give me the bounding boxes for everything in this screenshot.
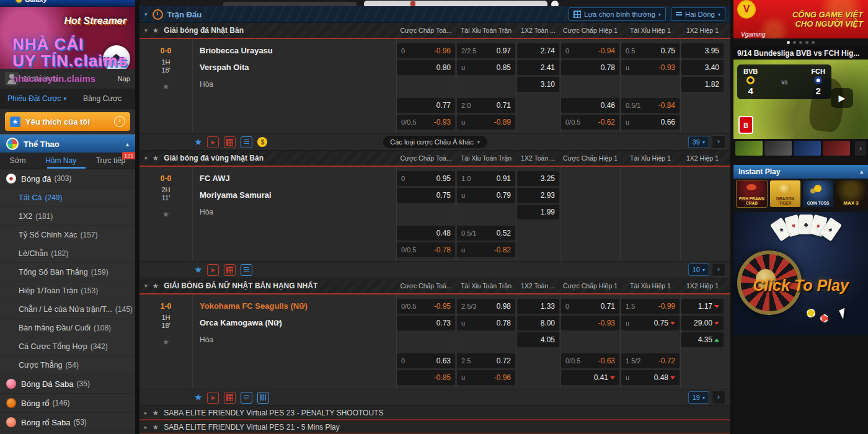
instant-game-3[interactable]: MAX 3 xyxy=(836,180,866,207)
odds-cell[interactable]: u0.79 xyxy=(457,188,515,203)
odds-cell[interactable]: -0.93 xyxy=(561,316,619,330)
odds-cell[interactable]: 1.5-0.99 xyxy=(621,299,680,314)
thumb-next-button[interactable]: › xyxy=(855,141,866,156)
chevron-down-icon[interactable]: ▾ xyxy=(144,27,148,33)
favorite-star-icon[interactable]: ★ xyxy=(194,136,202,148)
instant-game-1[interactable]: DRAGON TIGER xyxy=(770,180,800,207)
cashout-coin-icon[interactable]: $ xyxy=(257,137,267,147)
odds-cell[interactable]: 2.93 xyxy=(517,188,559,203)
odds-cell[interactable]: 0.80 xyxy=(397,60,455,75)
odds-cell[interactable]: u-0.96 xyxy=(457,370,515,385)
video-thumb[interactable] xyxy=(794,141,821,156)
market-count-dropdown[interactable]: 10▾ xyxy=(688,264,709,276)
instant-play-header[interactable]: Instant Play ▴ xyxy=(733,165,868,179)
chevron-down-icon[interactable]: ▾ xyxy=(144,155,148,161)
carousel-dot[interactable] xyxy=(799,41,802,44)
view-mode-dropdown[interactable]: Lựa chọn bình thường ▾ xyxy=(569,7,666,21)
away-team-name[interactable]: Orca Kamogawa (Nữ) xyxy=(200,316,398,332)
vgaming-promo-banner[interactable]: V Vgaming CỐNG GAME VIỆT CHO NGƯỜI VIỆT xyxy=(733,0,868,38)
odds-cell[interactable]: 29.00 xyxy=(681,316,724,330)
tab-live[interactable]: Trực tiếp 121 xyxy=(96,156,126,165)
odds-cell[interactable]: 2.41 xyxy=(517,60,559,75)
odds-cell[interactable]: 0.41 xyxy=(561,370,619,385)
odds-cell[interactable]: 3.10 xyxy=(517,77,559,92)
tab-early[interactable]: Sớm xyxy=(10,156,26,165)
play-icon[interactable]: ▶ xyxy=(207,392,219,404)
odds-cell[interactable]: 00.63 xyxy=(397,353,455,368)
league-star-icon[interactable]: ★ xyxy=(153,154,159,162)
more-bets-dropdown[interactable]: Các loại cược Châu Á khác▾ xyxy=(383,136,487,148)
league-star-icon[interactable]: ★ xyxy=(153,26,159,35)
odds-cell[interactable]: 3.40 xyxy=(681,60,724,75)
carousel-dot[interactable] xyxy=(787,41,790,44)
chat-icon[interactable] xyxy=(241,392,252,404)
odds-cell[interactable]: 0.48 xyxy=(397,226,455,241)
odds-cell[interactable]: 1.5/2-0.72 xyxy=(621,353,680,368)
tab-today[interactable]: Hôm Nay xyxy=(45,156,76,165)
video-thumb[interactable] xyxy=(735,141,763,156)
roulette-promo-banner[interactable]: ♠ ♥ ♣ ♦ ♠ Click To Play xyxy=(733,212,868,335)
odds-cell[interactable]: 0.73 xyxy=(397,316,455,330)
odds-cell[interactable]: 0-0.94 xyxy=(561,43,619,58)
odds-cell[interactable]: 1.00.91 xyxy=(457,171,515,186)
favorite-star-icon[interactable]: ★ xyxy=(194,392,202,403)
odds-cell[interactable]: 4.05 xyxy=(517,332,559,347)
odds-cell[interactable]: 0/0.5-0.63 xyxy=(561,353,619,368)
away-team-name[interactable]: Moriyama Samurai xyxy=(200,188,398,205)
home-team-name[interactable]: FC AWJ xyxy=(200,171,398,188)
league-header[interactable]: ▾★GIẢI BÓNG ĐÁ NỮ NHẬT BẢN HẠNG NHẤTCược… xyxy=(140,278,730,294)
odds-cell[interactable]: u0.66 xyxy=(621,115,680,130)
odds-cell[interactable]: 3.25 xyxy=(517,171,559,186)
odds-cell[interactable]: 1.99 xyxy=(517,205,559,219)
hot-streamer-banner[interactable]: Hot Streamer xyxy=(0,7,135,69)
video-thumb[interactable] xyxy=(823,141,850,156)
odds-cell[interactable]: 0/0.5-0.93 xyxy=(397,115,455,130)
odds-cell[interactable]: 0.75 xyxy=(397,188,455,203)
sidebar-subitem-5[interactable]: Hiệp 1/Toàn Trận(153) xyxy=(0,281,135,300)
chart-icon[interactable] xyxy=(257,392,269,404)
favorite-star-icon[interactable]: ★ xyxy=(194,264,202,275)
play-icon[interactable]: ▶ xyxy=(207,264,219,276)
home-team-name[interactable]: Briobecca Urayasu xyxy=(200,43,398,60)
chat-icon[interactable] xyxy=(241,264,252,276)
deposit-link[interactable]: Nạp xyxy=(118,75,130,82)
odds-cell[interactable]: 2/2.50.97 xyxy=(457,43,515,58)
tab-bet-board[interactable]: Bảng Cược xyxy=(83,94,135,103)
league-collapsed-1[interactable]: ▸★SABA ELITE FRIENDLY Virtual PES 21 - 5… xyxy=(140,420,730,434)
favorites-button[interactable]: ★ Yêu thích của tôi › xyxy=(5,112,130,131)
odds-cell[interactable]: -0.85 xyxy=(397,370,455,385)
carousel-dot[interactable] xyxy=(805,41,808,44)
odds-cell[interactable]: 2.50.72 xyxy=(457,353,515,368)
odds-cell[interactable]: 2.00.71 xyxy=(457,98,515,113)
next-page-button[interactable]: › xyxy=(712,391,725,404)
next-page-button[interactable]: › xyxy=(712,135,725,149)
odds-cell[interactable]: u-0.82 xyxy=(457,242,515,257)
odds-cell[interactable]: 0.77 xyxy=(397,98,455,113)
tab-bet-slip[interactable]: Phiếu Đặt Cược xyxy=(0,94,61,103)
league-header[interactable]: ▾★Giải bóng đá vùng Nhật BảnCược Chấp To… xyxy=(140,151,730,167)
odds-cell[interactable]: 0/0.5-0.95 xyxy=(397,299,455,314)
odds-cell[interactable]: 0/0.5-0.78 xyxy=(397,242,455,257)
odds-cell[interactable]: u0.85 xyxy=(457,60,515,75)
collapse-all-chevron-icon[interactable]: ▾ xyxy=(144,11,148,17)
odds-cell[interactable]: u0.75 xyxy=(621,316,680,330)
instant-game-0[interactable]: FISH PRAWN CRAB xyxy=(736,180,768,208)
market-count-dropdown[interactable]: 39▾ xyxy=(688,136,709,148)
odds-cell[interactable]: 00.95 xyxy=(397,171,455,186)
grid-icon[interactable] xyxy=(224,136,236,148)
odds-cell[interactable]: 0.46 xyxy=(561,98,619,113)
odds-cell[interactable]: 00.71 xyxy=(561,299,619,314)
odds-cell[interactable]: u-0.89 xyxy=(457,115,515,130)
match-favorite-star-icon[interactable]: ★ xyxy=(140,337,192,347)
user-avatar-icon[interactable] xyxy=(5,72,19,86)
next-page-button[interactable]: › xyxy=(712,263,725,277)
market-count-dropdown[interactable]: 19▾ xyxy=(688,391,709,404)
video-thumbnail[interactable]: BVB 4 vs FCH 2 ▶ B xyxy=(733,60,868,139)
league-star-icon[interactable]: ★ xyxy=(153,281,159,290)
chevron-down-icon[interactable]: ▾ xyxy=(144,283,148,289)
odds-cell[interactable]: u0.78 xyxy=(457,316,515,330)
sidebar-subitem-6[interactable]: Chẵn / Lẻ của Nửa trận/T...(145) xyxy=(0,300,135,319)
odds-cell[interactable]: 8.00 xyxy=(517,316,559,330)
odds-cell[interactable]: 1.82 xyxy=(681,77,724,92)
sidebar-subitem-2[interactable]: Tỷ Số Chính Xác(157) xyxy=(0,226,135,244)
